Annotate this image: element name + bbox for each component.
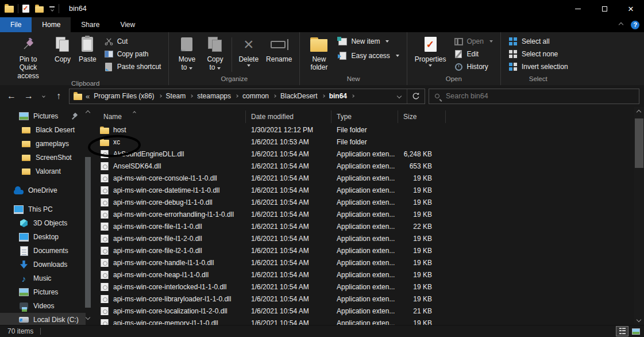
sidebar-item[interactable]: Pictures [0, 109, 92, 123]
history-button[interactable]: History [451, 61, 496, 72]
breadcrumb-item[interactable]: steamapps [194, 89, 240, 104]
sidebar-item[interactable]: This PC [0, 202, 92, 216]
qat-folder-icon[interactable] [35, 6, 44, 13]
forward-button[interactable] [22, 89, 36, 104]
file-row[interactable]: api-ms-win-core-file-l2-1-0.dll 1/6/2021… [92, 244, 634, 256]
easy-access-button[interactable]: Easy access [335, 50, 402, 62]
qat-properties-icon[interactable] [22, 5, 29, 13]
column-header-name[interactable]: Name [92, 110, 246, 123]
breadcrumb-item[interactable]: Steam [163, 89, 195, 104]
sidebar-item-icon [19, 233, 29, 242]
sidebar-item[interactable]: ScreenShot [0, 151, 92, 164]
sidebar-item[interactable]: Documents [0, 244, 92, 258]
up-button[interactable] [52, 89, 65, 104]
file-date-modified: 1/6/2021 10:54 AM [246, 150, 331, 158]
select-none-button[interactable]: Select none [506, 48, 571, 60]
tab-share[interactable]: Share [71, 17, 110, 32]
new-item-caret-icon [385, 40, 389, 43]
breadcrumb-item[interactable]: common [240, 89, 277, 104]
search-input[interactable] [445, 91, 633, 101]
file-row[interactable]: xc 1/6/2021 10:53 AM File folder [92, 136, 634, 148]
copy-to-button[interactable]: Copy to [202, 34, 228, 75]
close-button[interactable] [618, 0, 644, 17]
file-row[interactable]: api-ms-win-core-libraryloader-l1-1-0.dll… [92, 293, 634, 305]
scrollbar-thumb[interactable] [85, 157, 91, 308]
column-header-size[interactable]: Size [398, 110, 446, 123]
file-row[interactable]: api-ms-win-core-interlocked-l1-1-0.dll 1… [92, 281, 634, 293]
ribbon-group-open: Properties Open Edit History [407, 32, 500, 85]
address-bar[interactable]: « Program Files (x86) Steam steamapps [69, 89, 425, 104]
maximize-button[interactable] [591, 0, 618, 17]
open-button[interactable]: Open [451, 36, 496, 47]
sidebar-item[interactable]: Downloads [0, 258, 92, 271]
search-box[interactable] [429, 89, 639, 104]
file-row[interactable]: api-ms-win-core-datetime-l1-1-0.dll 1/6/… [92, 184, 634, 196]
paste-button[interactable]: Paste [76, 34, 99, 80]
scrollbar-thumb[interactable] [635, 118, 643, 168]
copy-path-button[interactable]: Copy path [101, 48, 164, 60]
new-item-button[interactable]: New item [335, 36, 402, 47]
file-row[interactable]: host 1/30/2021 12:12 PM File folder [92, 124, 634, 136]
recent-locations-button[interactable] [39, 89, 48, 104]
file-row[interactable]: api-ms-win-core-file-l1-1-0.dll 1/6/2021… [92, 220, 634, 232]
sidebar-item[interactable]: Music [0, 271, 92, 285]
file-row[interactable]: api-ms-win-core-heap-l1-1-0.dll 1/6/2021… [92, 269, 634, 281]
sidebar-item[interactable]: Pictures [0, 285, 92, 299]
sidebar-item[interactable]: Desktop [0, 230, 92, 244]
large-icons-view-button[interactable] [630, 326, 642, 336]
file-row[interactable]: api-ms-win-core-console-l1-1-0.dll 1/6/2… [92, 172, 634, 184]
tab-view[interactable]: View [110, 17, 145, 32]
copy-button[interactable]: Copy [51, 34, 74, 80]
rename-button[interactable]: Rename [263, 34, 295, 75]
file-row[interactable]: api-ms-win-core-handle-l1-1-0.dll 1/6/20… [92, 256, 634, 269]
column-header-type[interactable]: Type [331, 110, 398, 123]
select-all-button[interactable]: Select all [506, 36, 571, 47]
scroll-up-icon[interactable] [86, 110, 90, 115]
new-folder-button[interactable]: New folder [304, 34, 333, 75]
breadcrumb-item[interactable]: bin64 [326, 89, 356, 104]
sidebar-scrollbar[interactable] [85, 108, 91, 325]
file-row[interactable]: api-ms-win-core-memory-l1-1-0.dll 1/6/20… [92, 317, 634, 325]
sidebar-item[interactable]: OneDrive [0, 183, 92, 197]
tab-file[interactable]: File [0, 17, 32, 32]
cut-button[interactable]: Cut [101, 36, 164, 47]
address-dropdown-button[interactable] [392, 89, 407, 104]
sidebar-item[interactable]: gameplays [0, 137, 92, 151]
properties-button[interactable]: Properties [412, 34, 449, 75]
column-header-date-modified[interactable]: Date modified [246, 110, 331, 123]
move-to-button[interactable]: Move to [173, 34, 200, 75]
minimize-button[interactable] [565, 0, 591, 17]
details-view-button[interactable] [616, 326, 628, 336]
file-row[interactable]: api-ms-win-core-localization-l1-2-0.dll … [92, 305, 634, 317]
breadcrumb-chevron-icon [322, 94, 325, 98]
file-size: 22 KB [398, 223, 446, 231]
breadcrumb-item[interactable]: Program Files (x86) [91, 89, 163, 104]
invert-selection-button[interactable]: Invert selection [506, 61, 571, 72]
pin-to-quick-access-button[interactable]: Pin to Quick access [7, 34, 49, 80]
sidebar-item[interactable]: 3D Objects [0, 216, 92, 230]
qat-dropdown-icon[interactable] [49, 6, 55, 11]
file-row[interactable]: api-ms-win-core-debug-l1-1-0.dll 1/6/202… [92, 196, 634, 208]
scroll-up-icon[interactable] [637, 110, 641, 114]
delete-button[interactable]: Delete [236, 34, 261, 75]
back-button[interactable] [5, 89, 18, 104]
minimize-ribbon-icon[interactable] [619, 22, 623, 27]
file-row[interactable]: api-ms-win-core-file-l1-2-0.dll 1/6/2021… [92, 232, 634, 244]
edit-button[interactable]: Edit [451, 48, 496, 60]
file-row[interactable]: AnselSDK64.dll 1/6/2021 10:54 AM Applica… [92, 160, 634, 172]
scroll-down-icon[interactable] [637, 317, 641, 322]
file-row[interactable]: api-ms-win-core-errorhandling-l1-1-0.dll… [92, 208, 634, 220]
breadcrumb-item[interactable]: BlackDesert [277, 89, 326, 104]
scroll-down-icon[interactable] [86, 315, 90, 320]
sidebar-item[interactable]: Videos [0, 299, 92, 313]
sidebar-item[interactable]: Valorant [0, 164, 92, 178]
paste-shortcut-button[interactable]: Paste shortcut [101, 61, 164, 72]
file-list-scrollbar[interactable] [634, 107, 644, 325]
sidebar-item[interactable]: Black Desert [0, 123, 92, 137]
refresh-button[interactable] [407, 89, 425, 104]
sidebar-item-label: Pictures [33, 288, 58, 296]
breadcrumb-overflow[interactable]: « [86, 92, 90, 101]
file-row[interactable]: AkSoundEngineDLL.dll 1/6/2021 10:54 AM A… [92, 148, 634, 160]
tab-home[interactable]: Home [32, 17, 71, 32]
help-icon[interactable] [631, 21, 639, 29]
